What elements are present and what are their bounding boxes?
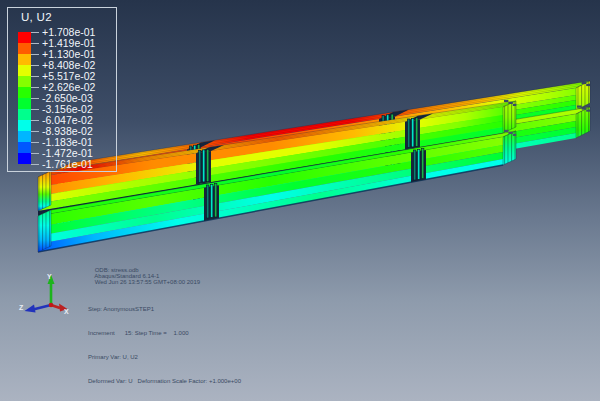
contour-legend: U, U2 +1.708e-01+1.419e-01+1.130e-01+8.4… <box>7 7 117 172</box>
step-line: Step: AnonymousSTEP1 <box>88 305 241 313</box>
legend-swatch <box>18 87 31 98</box>
increment-line: Increment 15: Step Time = 1.000 <box>88 329 241 337</box>
legend-tick <box>31 142 39 143</box>
legend-tick <box>31 65 39 66</box>
deformed-var-line: Deformed Var: U Deformation Scale Factor… <box>88 377 241 385</box>
legend-tick <box>31 32 39 33</box>
legend-tick <box>31 120 39 121</box>
legend-swatch <box>18 120 31 131</box>
legend-tick <box>31 87 39 88</box>
z-axis-label: Z <box>19 304 24 311</box>
legend-swatch <box>18 43 31 54</box>
step-status-block: Step: AnonymousSTEP1 Increment 15: Step … <box>88 289 241 401</box>
legend-title: U, U2 <box>21 11 52 23</box>
legend-swatch <box>18 109 31 120</box>
legend-swatch <box>18 32 31 43</box>
orientation-triad: Y Z X <box>18 270 78 325</box>
legend-swatch <box>18 131 31 142</box>
abaqus-viewport[interactable]: U, U2 +1.708e-01+1.419e-01+1.130e-01+8.4… <box>0 0 600 401</box>
legend-swatch <box>18 153 31 164</box>
legend-swatch <box>18 98 31 109</box>
odb-status-line: ODB: stress.odb Abaqus/Standard 6.14-1 W… <box>88 261 214 291</box>
legend-tick <box>31 164 39 165</box>
y-axis-label: Y <box>47 273 52 280</box>
legend-value: -1.761e-01 <box>42 158 93 170</box>
legend-tick <box>31 54 39 55</box>
z-axis-arrow <box>25 305 52 313</box>
legend-tick <box>31 109 39 110</box>
legend-tick <box>31 76 39 77</box>
triad-origin <box>49 303 54 308</box>
legend-tick <box>31 153 39 154</box>
legend-tick <box>31 131 39 132</box>
legend-swatch <box>18 76 31 87</box>
legend-swatch <box>18 142 31 153</box>
legend-tick <box>31 98 39 99</box>
x-axis-label: X <box>64 308 69 315</box>
legend-swatch <box>18 65 31 76</box>
legend-tick <box>31 43 39 44</box>
legend-swatch <box>18 54 31 65</box>
analysis-datetime: Wed Jun 26 13:57:55 GMT+08:00 2019 <box>95 279 200 285</box>
legend-color-scale: +1.708e-01+1.419e-01+1.130e-01+8.408e-02… <box>18 32 116 164</box>
primary-var-line: Primary Var: U, U2 <box>88 353 241 361</box>
